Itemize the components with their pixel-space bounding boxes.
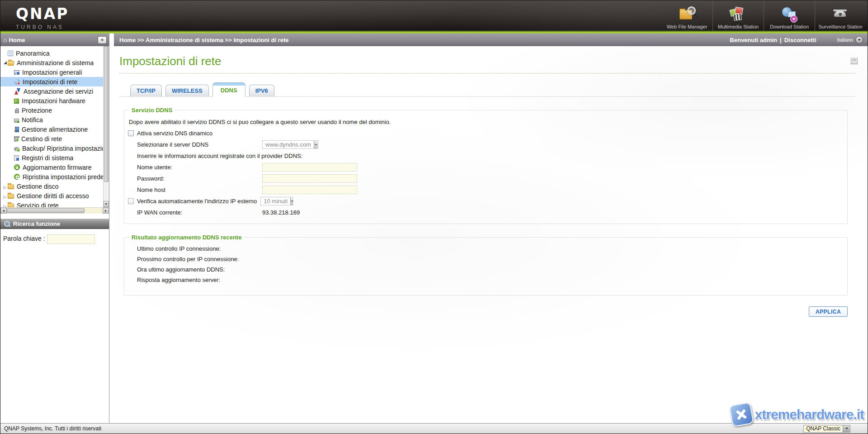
sidebar-item-panoramica[interactable]: Panoramica bbox=[0, 48, 103, 58]
network-settings-icon bbox=[14, 79, 20, 85]
wan-ip-row: IP WAN corrente: 93.38.218.169 bbox=[124, 207, 847, 218]
theme-value: QNAP Classic bbox=[804, 425, 843, 432]
sidebar-item-assegnazione-dei-servizi[interactable]: Assegnazione dei servizi bbox=[0, 86, 103, 96]
auto-check-ip-label: Verifica automaticamente l'indirizzo IP … bbox=[137, 198, 257, 205]
tab-tcpip[interactable]: TCP/IP bbox=[130, 85, 162, 96]
qnap-logo: QNAP TURBO NAS bbox=[16, 5, 69, 30]
check-interval-select[interactable]: 10 minuti bbox=[260, 197, 293, 205]
folder-icon bbox=[8, 194, 14, 199]
horizontal-scroll-thumb[interactable] bbox=[7, 208, 85, 213]
sidebar-item-protezione[interactable]: Protezione bbox=[0, 105, 103, 115]
expanded-icon[interactable] bbox=[4, 61, 7, 64]
station-label: Surveillance Station bbox=[818, 24, 862, 29]
tab-ddns[interactable]: DDNS bbox=[212, 82, 245, 97]
enable-ddns-checkbox[interactable] bbox=[128, 130, 134, 136]
language-dropdown-button[interactable] bbox=[855, 36, 863, 44]
breadcrumb: Home >> Amministrazione di sistema >> Im… bbox=[119, 37, 730, 43]
logout-link[interactable]: Disconnetti bbox=[784, 37, 816, 43]
enable-ddns-label: Attiva servizio DNS dinamico bbox=[137, 130, 212, 137]
title-separator bbox=[119, 73, 855, 74]
tree-vertical-scrollbar[interactable] bbox=[103, 46, 109, 207]
hostname-input[interactable] bbox=[262, 186, 357, 194]
sidebar-collapse-button[interactable]: « bbox=[98, 36, 107, 44]
username-label: Nome utente: bbox=[137, 164, 262, 171]
copyright-text: QNAP Systems, Inc. Tutti i diritti riser… bbox=[4, 425, 803, 432]
ddns-server-value: www.dyndns.com bbox=[263, 141, 314, 148]
auto-check-ip-checkbox[interactable] bbox=[128, 198, 134, 204]
power-management-icon bbox=[15, 127, 19, 132]
sidebar-item-registri-di-sistema[interactable]: Registri di sistema bbox=[0, 153, 103, 162]
web-file-manager-shortcut[interactable]: Web File Manager bbox=[661, 0, 712, 31]
folder-icon bbox=[8, 185, 14, 189]
sidebar-item-gestione-disco[interactable]: Gestione disco bbox=[0, 181, 103, 191]
station-label: Multimedia Station bbox=[718, 24, 759, 29]
ddns-server-select[interactable]: www.dyndns.com bbox=[262, 140, 318, 149]
sidebar-item-gestione-diritti-di-accesso[interactable]: Gestione diritti di accesso bbox=[0, 191, 103, 200]
wan-ip-value: 93.38.218.169 bbox=[262, 209, 300, 216]
theme-select[interactable]: QNAP Classic bbox=[803, 425, 850, 433]
search-panel-title: Ricerca funzione bbox=[13, 220, 60, 227]
collapsed-icon[interactable] bbox=[4, 201, 7, 208]
overview-icon bbox=[8, 51, 13, 56]
firmware-update-icon bbox=[14, 164, 20, 170]
auto-check-ip-row: Verifica automaticamente l'indirizzo IP … bbox=[124, 196, 847, 207]
ddns-server-label: Selezionare il server DDNS bbox=[137, 141, 262, 148]
sidebar-item-amministrazione-di-sistema[interactable]: Amministrazione di sistema bbox=[0, 58, 103, 67]
download-station-shortcut[interactable]: Download Station bbox=[764, 0, 815, 31]
scroll-right-button[interactable] bbox=[103, 208, 109, 214]
dropdown-arrow-icon bbox=[314, 141, 318, 148]
search-icon bbox=[4, 221, 10, 227]
ddns-description: Dopo avere abilitato il servizio DDNS ci… bbox=[124, 116, 847, 128]
main-content: Impostazioni di rete TCP/IP WIRELESS DDN… bbox=[114, 46, 868, 423]
scroll-down-button[interactable] bbox=[104, 201, 109, 207]
separator: | bbox=[780, 37, 782, 43]
sidebar-item-impostazioni-hardware[interactable]: Impostazioni hardware bbox=[0, 96, 103, 105]
sidebar-item-gestione-alimentazione[interactable]: Gestione alimentazione bbox=[0, 124, 103, 134]
collapsed-icon[interactable] bbox=[4, 182, 7, 191]
tree-horizontal-scrollbar[interactable] bbox=[0, 207, 109, 214]
surveillance-station-icon bbox=[830, 6, 851, 24]
folder-open-icon bbox=[7, 61, 14, 66]
sidebar-item-impostazioni-generali[interactable]: Impostazioni generali bbox=[0, 67, 103, 77]
sidebar-item-ripristina-predefinite[interactable]: Ripristina impostazioni predefinite bbox=[0, 172, 103, 181]
apply-button[interactable]: APPLICA bbox=[809, 306, 848, 317]
username-row: Nome utente: bbox=[124, 162, 847, 173]
username-input[interactable] bbox=[262, 163, 357, 172]
password-row: Password: bbox=[124, 173, 847, 184]
panel-toggle-icon[interactable] bbox=[851, 58, 858, 64]
sidebar-item-backup-ripristina[interactable]: Backup/ Ripristina impostazioni bbox=[0, 143, 103, 153]
sidebar-title: Home bbox=[9, 37, 98, 43]
scroll-left-button[interactable] bbox=[0, 208, 7, 214]
breadcrumb-bar: Home >> Amministrazione di sistema >> Im… bbox=[114, 33, 868, 46]
sidebar-item-cestino-di-rete[interactable]: Cestino di rete bbox=[0, 134, 103, 143]
vertical-scroll-thumb[interactable] bbox=[104, 46, 108, 182]
sidebar-item-notifica[interactable]: Notifica bbox=[0, 115, 103, 124]
download-station-icon bbox=[779, 6, 800, 24]
surveillance-station-shortcut[interactable]: Surveillance Station bbox=[815, 0, 866, 31]
sidebar-item-servizio-di-rete[interactable]: Servizio di rete bbox=[0, 200, 103, 207]
station-label: Web File Manager bbox=[667, 24, 708, 29]
sidebar-item-impostazioni-di-rete[interactable]: Impostazioni di rete bbox=[0, 77, 103, 86]
sidebar: Panoramica Amministrazione di sistema Im… bbox=[0, 46, 109, 423]
server-response-label: Risposta aggiornamento server: bbox=[124, 275, 847, 285]
general-settings-icon bbox=[14, 70, 19, 75]
search-panel-body: Parola chiave : bbox=[0, 229, 109, 423]
last-ip-check-label: Ultimo controllo IP connessione: bbox=[124, 243, 847, 254]
app-header: QNAP TURBO NAS Web File Manager Multimed… bbox=[0, 0, 868, 31]
ddns-service-fieldset: Servizio DDNS Dopo avere abilitato il se… bbox=[124, 107, 848, 224]
web-file-manager-icon bbox=[677, 6, 698, 24]
security-lock-icon bbox=[15, 110, 19, 113]
multimedia-station-shortcut[interactable]: Multimedia Station bbox=[712, 0, 764, 31]
next-ip-check-label: Prossimo controllo per IP connessione: bbox=[124, 254, 847, 264]
sidebar-item-aggiornamento-firmware[interactable]: Aggiornamento firmware bbox=[0, 162, 103, 172]
enable-ddns-row: Attiva servizio DNS dinamico bbox=[124, 128, 847, 139]
hostname-row: Nome host bbox=[124, 184, 847, 196]
password-input[interactable] bbox=[262, 174, 357, 183]
collapsed-icon[interactable] bbox=[4, 192, 7, 200]
keyword-input[interactable] bbox=[47, 234, 95, 244]
multimedia-station-icon bbox=[728, 6, 749, 24]
hostname-label: Nome host bbox=[137, 186, 262, 193]
tab-ipv6[interactable]: IPV6 bbox=[249, 85, 274, 96]
search-panel-header[interactable]: Ricerca funzione bbox=[0, 219, 109, 229]
tab-wireless[interactable]: WIRELESS bbox=[165, 85, 209, 96]
